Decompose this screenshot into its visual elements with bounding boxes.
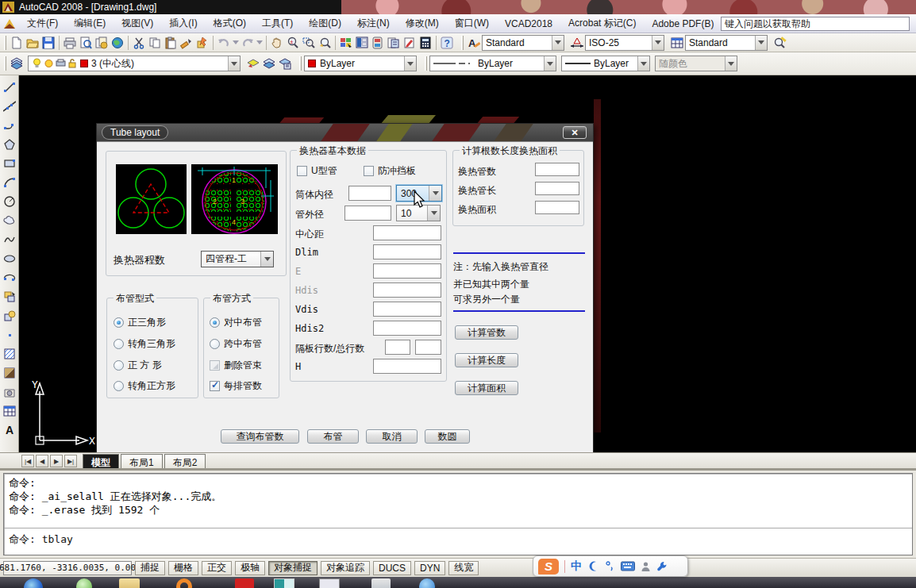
hatch-icon[interactable]	[1, 345, 17, 362]
arc-icon[interactable]	[1, 174, 17, 190]
count-circles-button[interactable]: 数圆	[425, 429, 470, 444]
tab-model[interactable]: 模型	[83, 454, 119, 468]
menu-format[interactable]: 格式(O)	[206, 14, 254, 33]
zoom-previous-button[interactable]	[317, 35, 333, 51]
table-icon[interactable]	[1, 402, 17, 419]
dim-style-icon[interactable]	[569, 35, 585, 51]
tab-layout1[interactable]: 布局1	[121, 454, 163, 468]
dialog-titlebar[interactable]: Tube layout ✕	[97, 124, 593, 141]
block-editor-button[interactable]	[194, 35, 210, 51]
calc-area-button[interactable]: 计算面积	[455, 381, 518, 395]
hdis-input[interactable]	[373, 282, 441, 298]
copy-button[interactable]	[147, 35, 163, 51]
polygon-icon[interactable]	[1, 136, 17, 152]
polar-toggle[interactable]: 极轴	[235, 561, 265, 575]
checkbox-tubes-per-row[interactable]: 每排管数	[210, 379, 262, 393]
command-prompt[interactable]: 命令: tblay	[9, 532, 73, 547]
paste-button[interactable]	[163, 35, 179, 51]
undo-button[interactable]	[216, 35, 232, 51]
baffle-rows-input[interactable]	[385, 340, 410, 355]
ortho-toggle[interactable]: 正交	[202, 561, 232, 575]
toolbar-grip[interactable]	[425, 56, 427, 71]
toolbar-grip[interactable]	[299, 56, 302, 71]
linetype-combo[interactable]: ByLayer	[429, 56, 556, 71]
ime-keyboard-icon[interactable]	[621, 561, 635, 571]
tool-palettes-button[interactable]	[370, 35, 386, 51]
toolbar-grip[interactable]	[4, 56, 6, 71]
center-distance-input[interactable]	[373, 225, 441, 240]
taskbar-app-icon[interactable]	[371, 578, 391, 588]
undo-dropdown[interactable]	[232, 35, 240, 51]
circle-icon[interactable]	[1, 193, 17, 209]
point-icon[interactable]	[1, 326, 17, 343]
passes-combo[interactable]: 四管程-工	[201, 251, 274, 267]
zoom-realtime-button[interactable]: ±	[285, 35, 301, 51]
text-style-combo[interactable]: Standard	[482, 35, 564, 51]
redo-button[interactable]	[240, 35, 256, 51]
cancel-button[interactable]: 取消	[366, 429, 418, 444]
ellipse-arc-icon[interactable]	[1, 269, 17, 286]
taskbar-app-icon[interactable]	[76, 578, 92, 588]
layer-combo[interactable]: 3 (中心线)	[28, 56, 241, 71]
menu-edit[interactable]: 编辑(E)	[66, 14, 114, 33]
match-properties-button[interactable]	[179, 35, 194, 51]
ellipse-icon[interactable]	[1, 250, 17, 267]
mleader-style-icon[interactable]	[772, 35, 788, 51]
3d-dwf-button[interactable]	[110, 35, 125, 51]
taskbar-app-icon[interactable]	[319, 578, 340, 588]
taskbar-app-icon[interactable]	[419, 578, 435, 588]
grid-toggle[interactable]: 栅格	[168, 561, 198, 575]
rectangle-icon[interactable]	[1, 155, 17, 171]
layer-states-button[interactable]	[277, 56, 293, 71]
tab-prev-button[interactable]: ◀	[36, 455, 48, 467]
heat-area-input[interactable]	[535, 201, 579, 214]
help-question-input[interactable]: 键入问题以获取帮助	[721, 17, 910, 31]
ime-settings-wrench-icon[interactable]	[656, 561, 668, 572]
plot-button[interactable]	[62, 35, 78, 51]
snap-toggle[interactable]: 捕捉	[135, 561, 165, 575]
dlim-input[interactable]	[373, 244, 441, 259]
open-button[interactable]	[25, 35, 40, 51]
color-combo[interactable]: ByLayer	[304, 56, 417, 71]
quickcalc-button[interactable]	[418, 35, 433, 51]
zoom-window-button[interactable]	[301, 35, 317, 51]
tube-length-input[interactable]	[535, 182, 579, 195]
checkbox-delete-bundle[interactable]: 删除管束	[210, 359, 262, 372]
vdis-input[interactable]	[373, 302, 441, 317]
menu-window[interactable]: 窗口(W)	[447, 14, 497, 33]
pan-button[interactable]	[269, 35, 285, 51]
menu-view[interactable]: 视图(V)	[114, 14, 161, 33]
calc-length-button[interactable]: 计算长度	[455, 353, 518, 367]
insert-block-icon[interactable]	[1, 288, 17, 305]
markup-set-manager-button[interactable]	[402, 35, 418, 51]
lineweight-combo[interactable]: ByLayer	[561, 56, 650, 71]
line-icon[interactable]	[1, 79, 17, 95]
tab-first-button[interactable]: |◀	[21, 455, 34, 467]
gradient-icon[interactable]	[1, 364, 17, 381]
radio-equilateral-triangle[interactable]: 正三角形	[114, 316, 166, 329]
radio-center-layout[interactable]: 对中布管	[210, 316, 262, 329]
query-tube-count-button[interactable]: 查询布管数	[221, 429, 299, 444]
sheet-set-manager-button[interactable]	[386, 35, 402, 51]
tab-layout2[interactable]: 布局2	[164, 454, 206, 468]
radio-span-center-layout[interactable]: 跨中布管	[210, 337, 262, 351]
region-icon[interactable]	[1, 383, 17, 400]
menu-file[interactable]: 文件(F)	[19, 14, 66, 33]
plot-preview-button[interactable]	[78, 35, 94, 51]
checkbox-impingement-baffle[interactable]: 防冲挡板	[364, 164, 416, 178]
osnap-toggle[interactable]: 对象捕捉	[268, 561, 318, 575]
tube-count-input[interactable]	[535, 163, 579, 176]
menu-vcad2018[interactable]: VCAD2018	[497, 16, 560, 32]
hdis2-input[interactable]	[373, 321, 441, 336]
command-window[interactable]: 命令: 命令: _ai_selall 正在选择对象...完成。 命令: _.er…	[0, 469, 916, 558]
table-style-icon[interactable]	[669, 35, 685, 51]
menu-modify[interactable]: 修改(M)	[398, 14, 447, 33]
menu-insert[interactable]: 插入(I)	[161, 14, 205, 33]
close-icon[interactable]: ✕	[563, 126, 587, 139]
designcenter-button[interactable]	[354, 35, 370, 51]
windows-taskbar[interactable]	[0, 577, 916, 588]
shell-id-input[interactable]	[348, 186, 391, 201]
e-input[interactable]	[373, 263, 441, 279]
ime-fullhalf-moon-icon[interactable]	[587, 560, 599, 572]
h-input[interactable]	[373, 359, 441, 374]
